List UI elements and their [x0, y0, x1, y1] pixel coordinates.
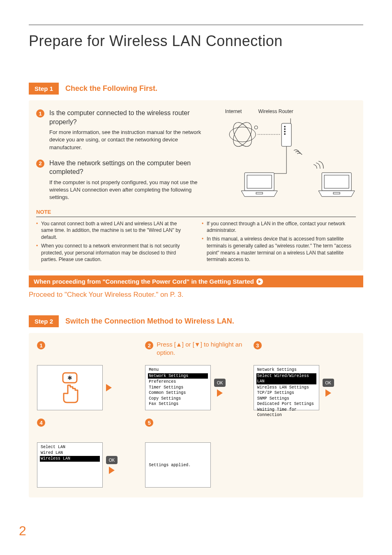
note-l1: You cannot connect both a wired LAN and …	[36, 220, 190, 241]
sel-line-2: Wired LAN	[40, 450, 100, 456]
diagram-label-internet: Internet	[225, 109, 242, 114]
check1-answer: For more information, see the instructio…	[49, 129, 210, 151]
step1-header: Step 1 Check the Following First.	[29, 83, 363, 95]
substep-2-text: Press [▲] or [▼] to highlight an option.	[157, 340, 247, 356]
play-icon	[109, 467, 115, 474]
step2-title: Switch the Connection Method to Wireless…	[65, 317, 234, 326]
top-rule	[29, 25, 363, 25]
applied-screen: Settings applied.	[145, 442, 211, 488]
press-button-illustration: ✱	[37, 365, 103, 410]
forward-text: Proceed to "Check Your Wireless Router."…	[29, 291, 363, 299]
check1-question: Is the computer connected to the wireles…	[49, 109, 210, 126]
step2-header: Step 2 Switch the Connection Method to W…	[29, 315, 363, 327]
notes-right: If you connect through a LAN in the offi…	[202, 220, 356, 265]
menu-line-6: Fax Settings	[148, 401, 208, 407]
check-item-1: 1 Is the computer connected to the wirel…	[36, 109, 210, 151]
check2-question: Have the network settings on the compute…	[49, 159, 210, 176]
net-line-title: Network Settings	[256, 367, 316, 373]
svg-point-8	[284, 129, 285, 130]
svg-point-10	[284, 134, 285, 135]
substep-4-head: 4	[37, 418, 138, 435]
ok-button-3: OK	[106, 456, 118, 464]
menu-line-2: Preferences	[148, 379, 208, 385]
play-icon	[217, 389, 223, 397]
net-line-highlight: Select Wired/Wireless LAN	[256, 373, 316, 384]
menu-line-5: Copy Settings	[148, 396, 208, 402]
network-diagram-svg	[215, 116, 356, 198]
page-title: Prepare for Wireless LAN Connection	[29, 32, 363, 50]
menu-line-highlight: Network Settings	[148, 373, 208, 379]
page-number: 2	[19, 523, 26, 539]
substep-5-num: 5	[145, 419, 153, 427]
sel-line-highlight: Wireless LAN	[40, 456, 100, 462]
net-line-3: TCP/IP Settings	[256, 390, 316, 396]
play-icon	[325, 389, 331, 397]
svg-rect-5	[281, 123, 291, 146]
substep-5-body: Settings applied.	[145, 442, 247, 488]
svg-point-3	[254, 126, 258, 129]
arrow-circle-icon	[256, 278, 263, 285]
svg-point-9	[284, 131, 285, 132]
check-number-2: 2	[36, 160, 44, 168]
svg-rect-17	[324, 175, 349, 188]
substep-4-num: 4	[37, 419, 45, 427]
substep-4-body: Select LAN Wired LAN Wireless LAN OK	[37, 442, 138, 488]
select-lan-screen: Select LAN Wired LAN Wireless LAN	[37, 442, 103, 488]
step1-badge: Step 1	[29, 83, 59, 95]
step1-title: Check the Following First.	[65, 84, 157, 93]
substep-1-num: 1	[37, 341, 45, 349]
menu-line-4: Common Settings	[148, 390, 208, 396]
check2-answer: If the computer is not properly configur…	[49, 179, 210, 201]
network-settings-screen: Network Settings Select Wired/Wireless L…	[254, 365, 319, 410]
notes-left: You cannot connect both a wired LAN and …	[36, 220, 190, 265]
menu-line-title: Menu	[148, 367, 208, 373]
note-r1: If you connect through a LAN in the offi…	[202, 220, 356, 234]
svg-text:✱: ✱	[67, 375, 72, 381]
net-line-6: Waiting Time for Connection	[256, 407, 316, 418]
svg-rect-14	[247, 175, 272, 188]
play-icon	[106, 384, 112, 391]
substep-5-head: 5	[145, 418, 247, 435]
check-number-1: 1	[36, 109, 44, 118]
note-rule	[36, 217, 356, 217]
step1-panel: 1 Is the computer connected to the wirel…	[29, 100, 363, 271]
step2-badge: Step 2	[29, 315, 59, 327]
svg-point-7	[284, 126, 285, 127]
network-diagram: Internet Wireless Router	[215, 109, 356, 209]
sel-line-1: Select LAN	[40, 444, 100, 450]
ok-button-1: OK	[214, 379, 226, 387]
menu-line-3: Timer Settings	[148, 385, 208, 391]
diagram-label-router: Wireless Router	[258, 109, 293, 114]
forward-bar: When proceeding from "Connecting the Pow…	[29, 275, 363, 287]
substep-2-head: 2 Press [▲] or [▼] to highlight an optio…	[145, 340, 247, 358]
substep-3-body: Network Settings Select Wired/Wireless L…	[254, 365, 355, 410]
net-line-4: SNMP Settings	[256, 396, 316, 402]
notes-container: You cannot connect both a wired LAN and …	[36, 220, 356, 265]
substep-3-head: 3	[254, 340, 355, 358]
menu-button-icon: ✱	[55, 371, 84, 404]
applied-text: Settings applied.	[148, 462, 191, 468]
ok-button-2: OK	[323, 379, 334, 387]
substep-2-body: Menu Network Settings Preferences Timer …	[145, 365, 247, 410]
substep-1-head: 1	[37, 340, 138, 358]
substep-2-num: 2	[145, 341, 153, 349]
note-label: NOTE	[36, 209, 356, 215]
check-item-2: 2 Have the network settings on the compu…	[36, 159, 210, 201]
note-l2: When you connect to a network environmen…	[36, 243, 190, 263]
net-line-2: Wireless LAN Settings	[256, 385, 316, 391]
forward-bar-text: When proceeding from "Connecting the Pow…	[34, 278, 254, 285]
menu-screen: Menu Network Settings Preferences Timer …	[145, 365, 211, 410]
substep-3-num: 3	[254, 341, 262, 349]
note-r2: In this manual, a wireless device that i…	[202, 236, 356, 263]
substep-1-body: ✱	[37, 365, 138, 410]
step2-panel: 1 2 Press [▲] or [▼] to highlight an opt…	[29, 333, 363, 497]
svg-point-2	[229, 119, 255, 149]
net-line-5: Dedicated Port Settings	[256, 401, 316, 407]
